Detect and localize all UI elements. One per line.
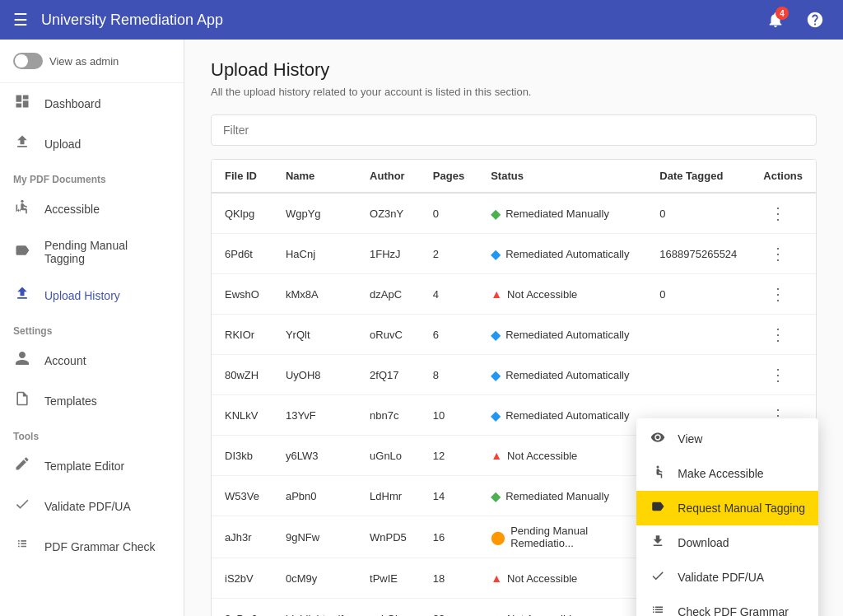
help-button[interactable] bbox=[800, 5, 830, 35]
check-icon bbox=[650, 568, 666, 586]
sidebar-item-accessible[interactable]: Accessible bbox=[0, 189, 184, 229]
status-icon-green: ◆ bbox=[491, 206, 501, 222]
cell-date-tagged: 0 bbox=[646, 193, 750, 234]
cell-status: ▲ Not Accessible bbox=[477, 436, 646, 476]
col-name: Name bbox=[272, 160, 356, 193]
table-row: QKlpg WgpYg OZ3nY 0 ◆ Remediated Manuall… bbox=[212, 193, 816, 234]
status-icon-red: ▲ bbox=[491, 449, 502, 462]
cell-name: 13YvF bbox=[272, 395, 356, 436]
svg-point-1 bbox=[657, 466, 659, 469]
sidebar-item-validate-pdf[interactable]: Validate PDF/UA bbox=[0, 486, 184, 526]
notification-button[interactable]: 4 bbox=[761, 5, 790, 35]
tag-icon bbox=[13, 242, 31, 263]
cell-actions: ⋮ bbox=[750, 355, 816, 395]
col-file-id: File ID bbox=[212, 160, 272, 193]
sidebar-item-dashboard[interactable]: Dashboard bbox=[0, 83, 184, 124]
cell-file-id: 3nBw9 bbox=[212, 599, 272, 617]
sidebar-label-account: Account bbox=[44, 354, 86, 367]
svg-point-0 bbox=[21, 200, 23, 203]
grammar-icon bbox=[13, 536, 31, 557]
cell-pages: 14 bbox=[420, 476, 477, 516]
section-my-pdf: My PDF Documents bbox=[0, 164, 184, 189]
cell-author: azLQh bbox=[356, 599, 420, 617]
context-menu: View Make Accessible Request Manual Tagg… bbox=[636, 418, 818, 616]
cell-pages: 16 bbox=[420, 516, 477, 558]
cell-name: kMx8A bbox=[272, 274, 356, 315]
menu-icon[interactable]: ☰ bbox=[13, 10, 28, 30]
status-text: Remediated Automatically bbox=[505, 369, 629, 381]
sidebar-label-validate-pdf: Validate PDF/UA bbox=[44, 500, 131, 513]
cell-pages: 22 bbox=[420, 599, 477, 617]
cell-actions: ⋮ bbox=[750, 234, 816, 274]
table-row: RKIOr YrQlt oRuvC 6 ◆ Remediated Automat… bbox=[212, 315, 816, 355]
cell-pages: 18 bbox=[420, 558, 477, 599]
table-row: 6Pd6t HaCnj 1FHzJ 2 ◆ Remediated Automat… bbox=[212, 234, 816, 274]
context-menu-item-request-manual-tagging[interactable]: Request Manual Tagging bbox=[636, 491, 818, 525]
filter-input[interactable] bbox=[211, 114, 817, 146]
tag-icon bbox=[650, 499, 666, 517]
cell-author: nbn7c bbox=[356, 395, 420, 436]
context-menu-item-validate-pdf-ua[interactable]: Validate PDF/UA bbox=[636, 560, 818, 595]
sidebar-label-upload-history: Upload History bbox=[44, 289, 120, 302]
cell-actions: ⋮ bbox=[750, 315, 816, 355]
page-title: Upload History bbox=[211, 59, 817, 81]
section-settings: Settings bbox=[0, 315, 184, 340]
row-actions-button[interactable]: ⋮ bbox=[763, 202, 793, 225]
sidebar-item-upload[interactable]: Upload bbox=[0, 124, 184, 164]
cell-file-id: RKIOr bbox=[212, 315, 272, 355]
status-text: Remediated Automatically bbox=[505, 248, 629, 260]
context-menu-item-make-accessible[interactable]: Make Accessible bbox=[636, 456, 818, 491]
row-actions-button[interactable]: ⋮ bbox=[763, 242, 793, 265]
status-text: Not Accessible bbox=[507, 288, 577, 301]
sidebar-item-account[interactable]: Account bbox=[0, 340, 184, 380]
cell-file-id: W53Ve bbox=[212, 476, 272, 516]
view-as-toggle[interactable]: View as admin bbox=[0, 40, 184, 83]
cell-author: tPwIE bbox=[356, 558, 420, 599]
sidebar-item-template-editor[interactable]: Template Editor bbox=[0, 446, 184, 486]
topbar-actions: 4 bbox=[761, 5, 830, 35]
col-pages: Pages bbox=[420, 160, 477, 193]
sidebar-item-templates[interactable]: Templates bbox=[0, 380, 184, 421]
cell-author: LdHmr bbox=[356, 476, 420, 516]
cell-file-id: iS2bV bbox=[212, 558, 272, 599]
cell-status: ⬤ Pending Manual Remediatio... bbox=[477, 516, 646, 558]
cell-name: YrQlt bbox=[272, 315, 356, 355]
view-as-label: View as admin bbox=[49, 55, 119, 68]
accessible-icon bbox=[650, 464, 666, 483]
status-icon-blue: ◆ bbox=[491, 327, 501, 343]
sidebar-item-pdf-grammar-check[interactable]: PDF Grammar Check bbox=[0, 526, 184, 567]
cell-pages: 0 bbox=[420, 193, 477, 234]
cell-pages: 4 bbox=[420, 274, 477, 315]
context-menu-item-check-pdf-grammar[interactable]: Check PDF Grammar bbox=[636, 595, 818, 616]
context-menu-item-download[interactable]: Download bbox=[636, 525, 818, 560]
cell-status: ◆ Remediated Manually bbox=[477, 476, 646, 516]
cell-pages: 8 bbox=[420, 355, 477, 395]
sidebar-item-upload-history[interactable]: Upload History bbox=[0, 275, 184, 315]
context-menu-item-view[interactable]: View bbox=[636, 422, 818, 456]
person-icon bbox=[13, 350, 31, 371]
row-actions-button[interactable]: ⋮ bbox=[763, 363, 793, 386]
cell-file-id: DI3kb bbox=[212, 436, 272, 476]
main-content: Upload History All the upload history re… bbox=[184, 40, 843, 616]
page-subtitle: All the upload history related to your a… bbox=[211, 86, 817, 98]
cell-file-id: QKlpg bbox=[212, 193, 272, 234]
cell-pages: 10 bbox=[420, 395, 477, 436]
cell-date-tagged: 0 bbox=[646, 274, 750, 315]
row-actions-button[interactable]: ⋮ bbox=[763, 282, 793, 306]
status-icon-orange: ⬤ bbox=[491, 530, 505, 545]
cell-date-tagged bbox=[646, 315, 750, 355]
sidebar-item-pending-manual-tagging[interactable]: Pending Manual Tagging bbox=[0, 229, 184, 275]
cell-status: ◆ Remediated Automatically bbox=[477, 234, 646, 274]
cell-author: WnPD5 bbox=[356, 516, 420, 558]
download-icon bbox=[650, 534, 666, 552]
context-menu-label: Make Accessible bbox=[678, 467, 763, 480]
cell-file-id: EwshO bbox=[212, 274, 272, 315]
context-menu-label: Validate PDF/UA bbox=[678, 571, 764, 584]
cell-date-tagged: 1688975265524 bbox=[646, 234, 750, 274]
status-text: Pending Manual Remediatio... bbox=[510, 525, 633, 549]
admin-toggle[interactable] bbox=[13, 53, 43, 69]
cell-pages: 12 bbox=[420, 436, 477, 476]
edit-icon bbox=[13, 455, 31, 476]
row-actions-button[interactable]: ⋮ bbox=[763, 323, 793, 346]
section-tools: Tools bbox=[0, 421, 184, 446]
